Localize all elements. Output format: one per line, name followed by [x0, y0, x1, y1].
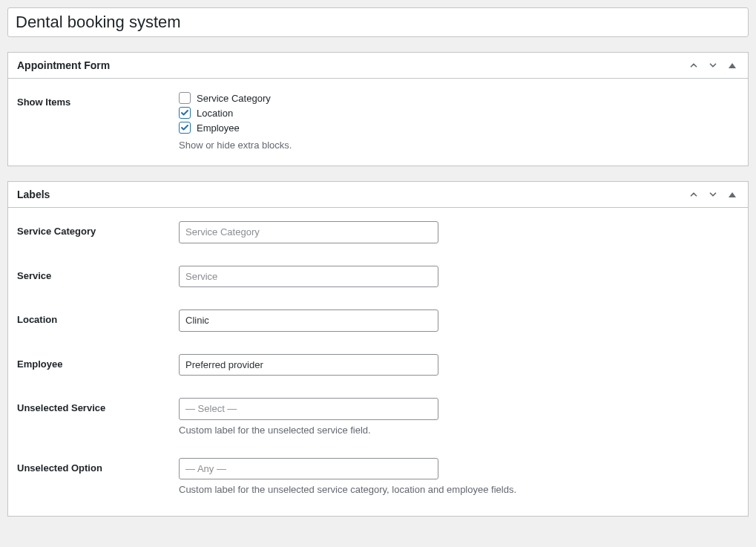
- location-row: Location: [17, 309, 739, 332]
- employee-label: Employee: [17, 354, 179, 370]
- service-category-label: Service Category: [17, 221, 179, 237]
- show-items-field: Service Category Location Employee: [179, 92, 292, 151]
- unselected-option-help: Custom label for the unselected service …: [179, 484, 516, 495]
- page-title[interactable]: Dental booking system: [16, 11, 740, 33]
- panel-body: Service Category Service Location Employ…: [8, 208, 748, 516]
- unselected-option-input[interactable]: [179, 458, 438, 480]
- chevron-up-icon[interactable]: [687, 188, 700, 201]
- location-label: Location: [17, 309, 179, 325]
- collapse-toggle-icon[interactable]: [726, 188, 739, 201]
- checkbox-item-employee: Employee: [179, 122, 292, 134]
- show-items-label: Show Items: [17, 92, 179, 108]
- employee-field: [179, 354, 438, 376]
- chevron-down-icon[interactable]: [706, 59, 720, 72]
- collapse-toggle-icon[interactable]: [726, 59, 739, 72]
- panel-controls: [687, 59, 739, 72]
- service-row: Service: [17, 266, 739, 288]
- checkbox-employee[interactable]: [179, 122, 191, 134]
- chevron-down-icon[interactable]: [706, 188, 720, 201]
- service-category-row: Service Category: [17, 221, 739, 243]
- service-label: Service: [17, 266, 179, 281]
- employee-input[interactable]: [179, 354, 438, 376]
- page-title-container: Dental booking system: [7, 7, 749, 37]
- checkbox-item-service-category: Service Category: [179, 92, 292, 104]
- panel-body: Show Items Service Category Location: [8, 79, 748, 166]
- unselected-option-label: Unselected Option: [17, 458, 179, 474]
- panel-title-labels: Labels: [17, 189, 50, 200]
- employee-row: Employee: [17, 354, 739, 376]
- panel-controls: [687, 188, 739, 201]
- show-items-row: Show Items Service Category Location: [17, 92, 739, 151]
- unselected-service-field: Custom label for the unselected service …: [179, 398, 438, 436]
- panel-header: Appointment Form: [8, 53, 748, 79]
- panel-title-appointment-form: Appointment Form: [17, 59, 110, 71]
- checkbox-location[interactable]: [179, 107, 191, 119]
- checkbox-list: Service Category Location Employee: [179, 92, 292, 134]
- unselected-service-input[interactable]: [179, 398, 438, 420]
- service-category-field: [179, 221, 438, 243]
- chevron-up-icon[interactable]: [687, 59, 700, 72]
- panel-header: Labels: [8, 182, 748, 208]
- unselected-service-help: Custom label for the unselected service …: [179, 425, 438, 436]
- checkbox-label-employee: Employee: [197, 122, 240, 134]
- unselected-option-row: Unselected Option Custom label for the u…: [17, 458, 739, 496]
- labels-panel: Labels Service Category Service: [7, 181, 749, 517]
- service-input[interactable]: [179, 266, 438, 288]
- unselected-service-row: Unselected Service Custom label for the …: [17, 398, 739, 436]
- show-items-help: Show or hide extra blocks.: [179, 140, 292, 151]
- checkbox-item-location: Location: [179, 107, 292, 119]
- location-input[interactable]: [179, 309, 438, 332]
- service-category-input[interactable]: [179, 221, 438, 243]
- unselected-service-label: Unselected Service: [17, 398, 179, 413]
- checkbox-label-location: Location: [197, 108, 233, 119]
- location-field: [179, 309, 438, 332]
- appointment-form-panel: Appointment Form Show Items Service Cate…: [7, 52, 749, 166]
- checkbox-service-category[interactable]: [179, 92, 191, 104]
- service-field: [179, 266, 438, 288]
- checkbox-label-service-category: Service Category: [197, 93, 271, 104]
- unselected-option-field: Custom label for the unselected service …: [179, 458, 516, 496]
